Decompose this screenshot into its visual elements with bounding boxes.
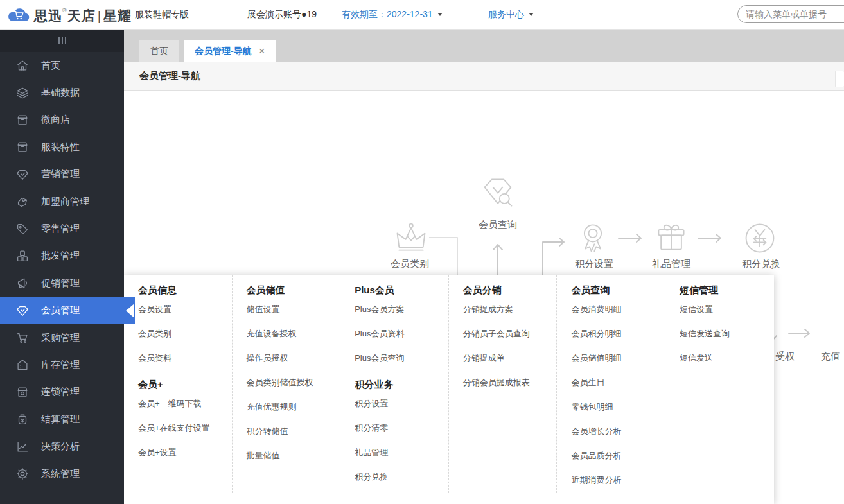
sidebar-item-micro-store[interactable]: 微商店 [0,107,124,134]
flow-node-partial-label[interactable]: 充值 [821,351,840,363]
menu-item[interactable]: 短信发送 [680,354,769,363]
sidebar-item-apparel-features[interactable]: 服装特性 [0,134,124,161]
sidebar-item-marketing[interactable]: 营销管理 [0,161,124,188]
flow-node-label-member-query[interactable]: 会员查询 [473,219,522,231]
menu-item[interactable]: 礼品管理 [355,448,443,457]
menu-item[interactable]: 充值设备授权 [247,329,335,338]
sidebar-item-basic-data[interactable]: 基础数据 [0,79,124,106]
menu-item[interactable]: 储值设置 [247,305,335,314]
member-search-icon [480,175,516,211]
sidebar-item-analytics[interactable]: 决策分析 [0,433,124,460]
menu-item[interactable]: 操作员授权 [247,354,335,363]
sidebar-item-franchisee[interactable]: 加盟商管理 [0,188,124,215]
flow-node-member-category[interactable] [393,220,429,256]
menu-group-header: Plus会员 [355,284,443,297]
flow-node-label-points-setting[interactable]: 积分设置 [570,258,619,270]
sidebar-item-purchase[interactable]: 采购管理 [0,324,124,351]
menu-group: 积分业务积分设置积分清零礼品管理积分兑换 [355,378,443,482]
menu-item[interactable]: 会员增长分析 [571,427,660,436]
menu-item[interactable]: 分销员子会员查询 [463,329,552,338]
menu-item[interactable]: 分销会员提成报表 [463,378,552,387]
menu-item[interactable]: 积分兑换 [355,473,443,482]
flow-node-label-member-category[interactable]: 会员类别 [385,258,434,270]
flow-node-label-gift-management[interactable]: 礼品管理 [647,258,696,270]
sidebar-collapse-handle[interactable] [0,29,124,52]
menu-item[interactable]: 会员类别储值授权 [247,378,335,387]
sidebar-item-member[interactable]: 会员管理 [0,297,124,324]
tag-icon [15,222,30,236]
flow-node-points-setting[interactable] [575,220,611,256]
menu-item[interactable]: 批量储值 [247,451,335,460]
menu-item[interactable]: 分销提成方案 [463,305,552,314]
menu-item[interactable]: 会员品质分析 [571,451,660,460]
sidebar-item-chain[interactable]: 连锁管理 [0,379,124,406]
menu-item[interactable]: 会员消费明细 [571,305,660,314]
menu-group: 会员分销分销提成方案分销员子会员查询分销提成单分销会员提成报表 [463,284,552,387]
menu-item[interactable]: 短信发送查询 [680,329,769,338]
sidebar-item-label: 批发管理 [41,250,80,262]
menu-column-member-query: 会员查询会员消费明细会员积分明细会员储值明细会员生日零钱包明细会员增长分析会员品… [557,275,665,493]
menu-group-header: 会员分销 [463,284,552,297]
member-mega-menu: 会员信息会员设置会员类别会员资料会员+会员+二维码下载会员+在线支付设置会员+设… [124,275,774,504]
layers-icon [15,86,30,100]
sidebar-item-label: 决策分析 [41,440,80,453]
menu-item[interactable]: 会员+设置 [138,448,227,457]
menu-column-member-distribution: 会员分销分销提成方案分销员子会员查询分销提成单分销会员提成报表 [449,275,558,493]
flow-node-member-query[interactable] [480,175,516,211]
menu-group-header: 会员+ [138,378,227,391]
menu-item[interactable]: 会员设置 [138,305,227,314]
validity-dropdown[interactable]: 有效期至：2022-12-31 [342,0,443,29]
active-item-notch [124,297,135,324]
menu-group: 会员储值储值设置充值设备授权操作员授权会员类别储值授权充值优惠规则积分转储值批量… [247,284,335,460]
menu-item[interactable]: 积分转储值 [247,427,335,436]
menu-column-sms: 短信管理短信设置短信发送查询短信发送 [665,275,774,493]
sidebar-item-wholesale[interactable]: 批发管理 [0,243,124,270]
home-icon [15,58,30,73]
menu-item[interactable]: 充值优惠规则 [247,403,335,412]
account-info: 展会演示账号●19 [247,0,317,29]
menu-item[interactable]: 短信设置 [680,305,769,314]
gear-icon [15,467,30,481]
close-icon[interactable]: × [259,46,265,56]
menu-item[interactable]: 零钱包明细 [571,403,660,412]
menu-item[interactable]: 积分设置 [355,399,443,408]
sidebar-item-label: 系统管理 [41,468,80,480]
search-input[interactable] [737,5,844,23]
menu-item[interactable]: 分销提成单 [463,354,552,363]
sidebar-item-promotion[interactable]: 促销管理 [0,270,124,297]
flow-node-points-exchange[interactable] [742,220,778,256]
menu-item[interactable]: 积分清零 [355,424,443,433]
menu-group-header: 积分业务 [355,378,443,391]
crown-icon [393,220,429,256]
sidebar-item-retail[interactable]: 零售管理 [0,215,124,242]
menu-item[interactable]: 会员+在线支付设置 [138,424,227,433]
diamond-icon [15,304,30,318]
menu-item[interactable]: 近期消费分析 [571,476,660,485]
flow-node-gift-management[interactable] [653,220,689,256]
sidebar-item-inventory[interactable]: 库存管理 [0,351,124,378]
menu-item[interactable]: 会员类别 [138,329,227,338]
sidebar-item-label: 基础数据 [41,87,80,99]
menu-group: 会员信息会员设置会员类别会员资料 [138,284,227,363]
flow-node-label-points-exchange[interactable]: 积分兑换 [737,258,786,270]
storefront-icon [15,140,30,154]
sidebar-item-system[interactable]: 系统管理 [0,460,124,487]
flow-node-partial-label[interactable]: 受权 [775,351,795,363]
tab-home[interactable]: 首页 [139,40,179,62]
menu-item[interactable]: 会员储值明细 [571,354,660,363]
menu-item[interactable]: Plus会员方案 [355,305,443,314]
sidebar-item-home[interactable]: 首页 [0,52,124,79]
menu-item[interactable]: 会员生日 [571,378,660,387]
service-center-dropdown[interactable]: 服务中心 [488,0,534,29]
chevron-down-icon [529,13,534,16]
tab-member-nav[interactable]: 会员管理-导航 × [184,40,276,62]
menu-item[interactable]: 会员资料 [138,354,227,363]
menu-item[interactable]: 会员+二维码下载 [138,399,227,408]
menu-item[interactable]: Plus会员查询 [355,354,443,363]
sidebar-item-settlement[interactable]: 结算管理 [0,406,124,433]
menu-item[interactable]: Plus会员资料 [355,329,443,338]
menu-item[interactable]: 会员积分明细 [571,329,660,338]
sidebar-item-label: 结算管理 [41,413,80,426]
top-bar: 思迅®天店|星耀 服装鞋帽专版 展会演示账号●19 有效期至：2022-12-3… [0,0,844,30]
vertical-scrollbar-thumb[interactable] [835,71,844,87]
